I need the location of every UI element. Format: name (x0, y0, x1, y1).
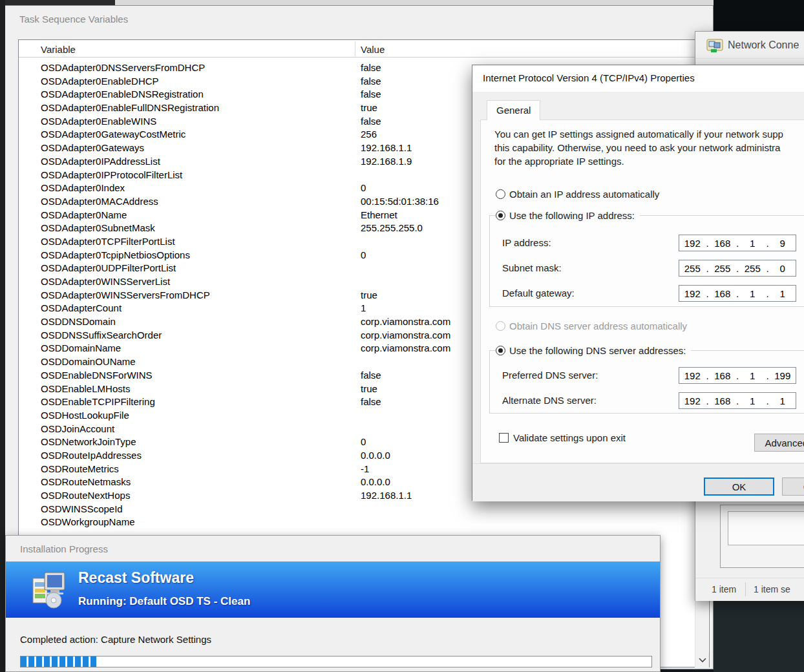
default-gateway-input[interactable]: 192.168.1.1 (679, 285, 796, 302)
variable-name: OSDRouteIpAddresses (41, 450, 142, 461)
variable-value: false (361, 89, 381, 100)
variable-name: OSDRouteNetmasks (41, 476, 131, 487)
default-gateway-label: Default gateway: (502, 288, 575, 299)
variable-name: OSDAdapter0TCPFilterPortList (41, 236, 175, 247)
radio-obtain-dns (496, 321, 505, 331)
subnet-mask-label: Subnet mask: (502, 262, 562, 273)
radio-use-ip-row: Use the following IP address: (496, 210, 640, 221)
radio-obtain-ip[interactable] (496, 189, 505, 199)
variable-name: OSDAdapter0EnableDHCP (41, 76, 159, 87)
variable-name: OSDAdapter0Gateways (41, 142, 144, 153)
network-connections-icon (706, 37, 723, 54)
validate-settings-label[interactable]: Validate settings upon exit (513, 432, 626, 443)
radio-use-ip-label[interactable]: Use the following IP address: (509, 210, 635, 221)
validate-settings-row: Validate settings upon exit (499, 432, 626, 443)
variable-value: false (361, 116, 381, 127)
variable-name: OSDAdapter0IPAddressList (41, 156, 160, 167)
installation-progress-window: Installation Progress Recast Software Ru… (5, 535, 661, 672)
preferred-dns-row: Preferred DNS server: 192.168.1.199 (481, 367, 804, 384)
dialog-title-bar[interactable]: Internet Protocol Version 4 (TCP/IPv4) P… (472, 65, 804, 92)
radio-use-ip[interactable] (496, 211, 505, 220)
progress-bar-fill (21, 656, 96, 667)
variable-name: OSDRouteNextHops (41, 490, 130, 501)
variable-name: OSDAdapter0IPProtocolFilterList (41, 169, 182, 180)
dialog-button-strip: OK Cancel (472, 463, 804, 501)
variable-value: 256 (361, 129, 377, 140)
ok-button[interactable]: OK (704, 478, 774, 496)
radio-use-dns-label[interactable]: Use the following DNS server addresses: (509, 345, 686, 356)
variable-name: OSDAdapter0SubnetMask (41, 222, 155, 233)
progress-banner: Recast Software Running: Default OSD TS … (6, 562, 660, 618)
variable-name: OSDDNSDomain (41, 316, 116, 327)
radio-use-dns[interactable] (496, 346, 505, 355)
title-bar[interactable]: Network Conne (695, 32, 804, 59)
desktop-top-right (714, 0, 804, 32)
alternate-dns-input[interactable]: 192.168.1.1 (679, 392, 796, 409)
subnet-mask-input[interactable]: 255.255.255.0 (679, 260, 796, 277)
chevron-down-icon (699, 658, 706, 663)
radio-obtain-ip-label[interactable]: Obtain an IP address automatically (509, 189, 659, 200)
variable-value: true (361, 102, 377, 113)
variable-name: OSDAdapter0EnableFullDNSRegistration (41, 102, 219, 113)
variable-value: corp.viamonstra.com (361, 316, 450, 327)
progress-bar (20, 656, 652, 667)
ip-address-input[interactable]: 192.168.1.9 (679, 235, 796, 251)
variable-name: OSDEnableDNSForWINS (41, 370, 153, 381)
general-tab-page: You can get IP settings assigned automat… (480, 120, 804, 463)
column-header-value[interactable]: Value (361, 44, 385, 55)
variable-name: OSDDomainOUName (41, 356, 136, 367)
preferred-dns-label: Preferred DNS server: (502, 370, 598, 381)
alternate-dns-row: Alternate DNS server: 192.168.1.1 (481, 392, 804, 409)
variable-value: 192.168.1.9 (361, 156, 412, 167)
description-text: You can get IP settings assigned automat… (494, 127, 783, 168)
tab-general[interactable]: General (487, 100, 540, 120)
variable-value: -1 (361, 463, 369, 474)
variable-name: OSDAdapter0EnableDNSRegistration (41, 89, 204, 100)
variable-name: OSDAdapter0Index (41, 182, 125, 193)
variable-name: OSDAdapter0UDPFilterPortList (41, 262, 176, 273)
radio-obtain-dns-label: Obtain DNS server address automatically (509, 320, 687, 331)
column-divider[interactable] (355, 41, 355, 56)
variable-name: OSDEnableLMHosts (41, 383, 130, 394)
radio-use-dns-row: Use the following DNS server addresses: (496, 345, 691, 356)
variable-name: OSDAdapter0Name (41, 209, 127, 220)
organization-name: Recast Software (78, 569, 194, 587)
variable-name: OSDRouteMetrics (41, 463, 119, 474)
preferred-dns-input[interactable]: 192.168.1.199 (679, 367, 796, 384)
variable-value: corp.viamonstra.com (361, 342, 450, 353)
variable-name: OSDAdapter0WINSServerList (41, 276, 170, 287)
variable-value: 0 (361, 249, 366, 260)
variable-name: OSDAdapter0EnableWINS (41, 116, 156, 127)
variable-value: 0 (361, 436, 366, 447)
progress-status-text: Completed action: Capture Network Settin… (20, 634, 211, 645)
column-header-variable[interactable]: Variable (41, 44, 76, 55)
desktop-bottom-right (714, 601, 804, 672)
variable-value: false (361, 62, 381, 73)
variable-name: OSDAdapter0MACAddress (41, 196, 158, 207)
window-title: Network Conne (728, 39, 799, 51)
scroll-down-button[interactable] (695, 653, 709, 667)
cancel-button[interactable]: Cancel (782, 478, 804, 496)
variable-name: OSDDNSSuffixSearchOrder (41, 330, 162, 341)
variable-value: false (361, 370, 381, 381)
variable-value: corp.viamonstra.com (361, 330, 450, 341)
variable-name: OSDWorkgroupName (41, 516, 135, 527)
variable-value: Ethernet (361, 209, 397, 220)
variable-name: OSDWINSScopeId (41, 503, 123, 514)
variable-value: 255.255.255.0 (361, 222, 423, 233)
variable-name: OSDAdapterCount (41, 302, 122, 313)
table-row[interactable]: OSDWorkgroupName (19, 516, 709, 529)
status-selected-count: 1 item se (754, 584, 790, 594)
table-row[interactable]: OSDWINSScopeId (19, 503, 709, 516)
validate-settings-checkbox[interactable] (499, 433, 509, 443)
variable-value: 192.168.1.1 (361, 490, 412, 501)
list-header[interactable]: Variable Value (19, 40, 709, 58)
variable-name: OSDAdapter0GatewayCostMetric (41, 129, 185, 140)
desktop-left-strip (0, 0, 5, 672)
window-title: Installation Progress (20, 543, 108, 554)
variable-value: false (361, 396, 381, 407)
subnet-mask-row: Subnet mask: 255.255.255.0 (481, 260, 804, 277)
advanced-button[interactable]: Advanced... (754, 434, 804, 452)
default-gateway-row: Default gateway: 192.168.1.1 (481, 285, 804, 302)
variable-value: 0.0.0.0 (361, 450, 390, 461)
